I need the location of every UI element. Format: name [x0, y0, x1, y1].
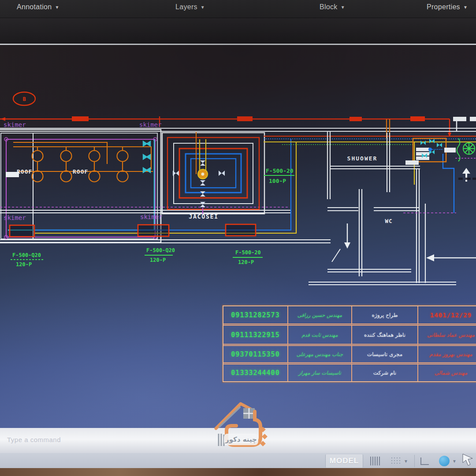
chevron-down-icon[interactable]: ▼: [452, 459, 457, 464]
pipe-tag-4: F-500-20 120-P: [233, 249, 263, 265]
table-cell-contact: جناب مهندس مهرعلی: [287, 346, 351, 364]
jacuzzi: JACOSEI: [162, 132, 264, 220]
chevron-down-icon: ▼: [201, 5, 205, 10]
table-cell-note: مهندس عماد سلطانی: [417, 326, 476, 346]
ribbon-panel-area: [0, 18, 476, 44]
tab-layers[interactable]: Layers ▼: [175, 3, 205, 11]
table-cell-phone: 09370115350: [223, 346, 287, 364]
chevron-down-icon: ▼: [341, 5, 345, 10]
svg-text:JACOSEI: JACOSEI: [189, 213, 218, 220]
title-block-table: 09131282573 مهندس حسین رزاقی طراح پروژه …: [223, 305, 476, 382]
svg-text:F-500-20: F-500-20: [266, 167, 294, 174]
skimmer-run: [0, 139, 331, 243]
model-space-button[interactable]: MODEL: [325, 454, 363, 468]
table-cell-note: 1401/12/29: [417, 306, 476, 326]
tab-annotation-label: Annotation: [17, 3, 52, 11]
svg-text:ROOF: ROOF: [73, 168, 88, 175]
tab-properties[interactable]: Properties ▼: [427, 3, 468, 11]
table-cell-note: مهندس شمالی: [417, 364, 476, 381]
table-cell-contact: مهندس ثابت قدم: [287, 326, 351, 346]
table-cell-note: مهندس بهروز مقدم: [417, 346, 476, 364]
snap-mode-icon[interactable]: [370, 457, 380, 465]
watermark-brand-text: چینه دکور: [224, 434, 258, 445]
grid-display-icon[interactable]: [390, 457, 400, 465]
pipe-tag-3: F-500-Q20 120-P: [145, 247, 175, 263]
table-cell-role: ناظر هماهنگ کننده: [351, 326, 417, 346]
status-divider: [414, 455, 415, 467]
pipe-tag-2: F-500-Q20 120-P: [11, 252, 44, 268]
isodraft-icon[interactable]: [439, 456, 450, 466]
tab-block[interactable]: Block ▼: [320, 3, 345, 11]
roof-drain-piping: [13, 142, 153, 182]
table-cell-contact: تاسیسات ساز مهراز: [287, 364, 351, 381]
svg-text:skimer: skimer: [139, 121, 162, 128]
svg-text:120-P: 120-P: [238, 259, 254, 265]
table-cell-phone: 09111322915: [223, 326, 287, 346]
table-cell-role: طراح پروژه: [351, 306, 417, 326]
tab-block-label: Block: [320, 3, 338, 11]
hatch-marks: [458, 178, 476, 180]
room-label-shower: SHUOWER: [347, 155, 378, 162]
pipe-runs: [264, 119, 476, 185]
svg-text:120-P: 120-P: [150, 257, 166, 263]
pipe-tag-1: F-500-20 100-P: [264, 167, 294, 184]
table-cell-phone: 01333244400: [223, 364, 287, 381]
svg-text:skimer: skimer: [4, 121, 26, 128]
mouse-cursor-icon: [462, 453, 473, 466]
dimension-line: [0, 116, 451, 137]
chevron-down-icon: ▼: [463, 5, 468, 10]
svg-text:100-P: 100-P: [269, 178, 286, 184]
svg-text:ROOF: ROOF: [17, 168, 32, 175]
svg-text:B: B: [22, 96, 26, 102]
revision-balloon: B: [13, 92, 35, 105]
chevron-down-icon[interactable]: ▼: [404, 459, 408, 464]
tab-layers-label: Layers: [175, 3, 197, 11]
command-input[interactable]: Type a command: [7, 436, 61, 443]
cyan-return-line: [8, 139, 154, 230]
ribbon-bar: Annotation ▼ Layers ▼ Block ▼ Properties…: [0, 0, 476, 18]
status-bar: MODEL ▼ ▼: [0, 453, 476, 469]
svg-text:F-500-Q20: F-500-Q20: [146, 247, 175, 253]
svg-text:skimer: skimer: [140, 213, 163, 220]
autocad-screen-photo: Annotation ▼ Layers ▼ Block ▼ Properties…: [0, 0, 476, 476]
jacuzzi-valves: [173, 160, 225, 207]
ortho-mode-icon[interactable]: [420, 457, 429, 465]
flow-arrows: [344, 168, 476, 261]
svg-text:skimer: skimer: [4, 214, 26, 221]
building-walls: [309, 131, 456, 285]
svg-text:F-500-Q20: F-500-Q20: [12, 252, 41, 258]
svg-text:F-500-20: F-500-20: [235, 249, 261, 256]
tab-properties-label: Properties: [427, 3, 460, 11]
table-cell-role: مجری تاسیسات: [351, 346, 417, 364]
chevron-down-icon: ▼: [55, 5, 60, 10]
room-label-wc: WC: [385, 218, 392, 224]
table-cell-role: نام شرکت: [351, 364, 417, 381]
table-cell-contact: مهندس حسین رزاقی: [287, 306, 351, 326]
desk-background: [0, 468, 476, 476]
table-cell-phone: 09131282573: [223, 306, 287, 326]
svg-text:120-P: 120-P: [16, 261, 32, 268]
tab-annotation[interactable]: Annotation ▼: [17, 3, 60, 11]
